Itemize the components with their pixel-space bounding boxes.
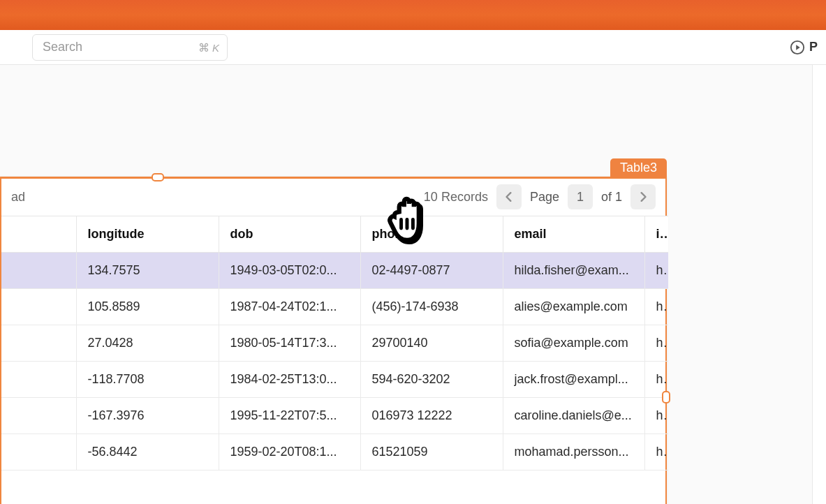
selection-edge: [1, 177, 665, 179]
chevron-left-icon: [505, 192, 513, 202]
cell[interactable]: jack.frost@exampl...: [503, 362, 644, 398]
cell[interactable]: 61521059: [360, 434, 503, 470]
column-spacer: [1, 216, 76, 253]
cell[interactable]: ht: [644, 434, 668, 470]
toolbar-right: 10 Records Page 1 of 1: [424, 184, 656, 209]
cell[interactable]: ht: [644, 289, 668, 325]
records-count: 10 Records: [424, 190, 488, 205]
topbar-right: P: [790, 40, 818, 55]
table-widget[interactable]: Table3 ad 10 Records Page 1 of 1: [0, 177, 667, 504]
cell[interactable]: 1987-04-24T02:1...: [219, 289, 360, 325]
table-head: longitude dob phone email im: [1, 216, 668, 253]
search-shortcut: ⌘ K: [198, 40, 219, 54]
cell[interactable]: -167.3976: [76, 398, 219, 434]
cell[interactable]: 1980-05-14T17:3...: [219, 325, 360, 362]
cell[interactable]: ht: [644, 253, 668, 289]
cell[interactable]: 1995-11-22T07:5...: [219, 398, 360, 434]
cell-spacer[interactable]: [1, 362, 76, 398]
data-table[interactable]: longitude dob phone email im 134.7575194…: [1, 216, 668, 470]
resize-handle-right[interactable]: [662, 391, 670, 403]
cell[interactable]: 016973 12222: [360, 398, 503, 434]
cell-spacer[interactable]: [1, 398, 76, 434]
table-row[interactable]: -56.84421959-02-20T08:1...61521059mohama…: [1, 434, 668, 470]
column-header[interactable]: dob: [219, 216, 360, 253]
table-row[interactable]: -118.77081984-02-25T13:0...594-620-3202j…: [1, 362, 668, 398]
cell[interactable]: 29700140: [360, 325, 503, 362]
cell-spacer[interactable]: [1, 434, 76, 470]
table-row[interactable]: 134.75751949-03-05T02:0...02-4497-0877hi…: [1, 253, 668, 289]
app-header-band: [0, 0, 826, 30]
right-panel: [812, 65, 826, 504]
canvas[interactable]: Table3 ad 10 Records Page 1 of 1: [0, 65, 826, 504]
cell-spacer[interactable]: [1, 289, 76, 325]
cell-spacer[interactable]: [1, 325, 76, 362]
cell[interactable]: 594-620-3202: [360, 362, 503, 398]
search-wrap: ⌘ K: [32, 34, 228, 61]
cell[interactable]: 1959-02-20T08:1...: [219, 434, 360, 470]
cell[interactable]: (456)-174-6938: [360, 289, 503, 325]
table-row[interactable]: 105.85891987-04-24T02:1...(456)-174-6938…: [1, 289, 668, 325]
page-current[interactable]: 1: [568, 184, 593, 209]
cell[interactable]: 1949-03-05T02:0...: [219, 253, 360, 289]
cell[interactable]: 27.0428: [76, 325, 219, 362]
column-header[interactable]: email: [503, 216, 644, 253]
table-row[interactable]: 27.04281980-05-14T17:3...29700140sofia@e…: [1, 325, 668, 362]
cell[interactable]: mohamad.persson...: [503, 434, 644, 470]
page-next-button[interactable]: [630, 184, 656, 209]
topbar-right-label: P: [809, 40, 818, 54]
toolbar-left-text: ad: [11, 190, 25, 205]
column-header[interactable]: phone: [360, 216, 503, 253]
cell[interactable]: -118.7708: [76, 362, 219, 398]
resize-handle-top[interactable]: [152, 173, 164, 181]
shortcut-mod: ⌘: [198, 40, 209, 54]
play-icon[interactable]: [790, 40, 805, 55]
cell-spacer[interactable]: [1, 253, 76, 289]
cell[interactable]: 134.7575: [76, 253, 219, 289]
page-of-label: of 1: [601, 190, 622, 205]
cell[interactable]: alies@example.com: [503, 289, 644, 325]
cell[interactable]: sofia@example.com: [503, 325, 644, 362]
cell[interactable]: caroline.daniels@e...: [503, 398, 644, 434]
page-prev-button[interactable]: [496, 184, 522, 209]
cell[interactable]: -56.8442: [76, 434, 219, 470]
cell[interactable]: 105.8589: [76, 289, 219, 325]
cell[interactable]: ht: [644, 325, 668, 362]
cell[interactable]: hilda.fisher@exam...: [503, 253, 644, 289]
topbar: ⌘ K P: [0, 30, 826, 65]
shortcut-key: K: [212, 41, 219, 53]
table-body: 134.75751949-03-05T02:0...02-4497-0877hi…: [1, 253, 668, 470]
cell[interactable]: 02-4497-0877: [360, 253, 503, 289]
widget-tab[interactable]: Table3: [610, 158, 667, 177]
column-header[interactable]: longitude: [76, 216, 219, 253]
table-row[interactable]: -167.39761995-11-22T07:5...016973 12222c…: [1, 398, 668, 434]
table-toolbar: ad 10 Records Page 1 of 1: [1, 178, 665, 216]
page-label: Page: [530, 190, 559, 205]
chevron-right-icon: [639, 192, 647, 202]
cell[interactable]: 1984-02-25T13:0...: [219, 362, 360, 398]
column-header[interactable]: im: [644, 216, 668, 253]
